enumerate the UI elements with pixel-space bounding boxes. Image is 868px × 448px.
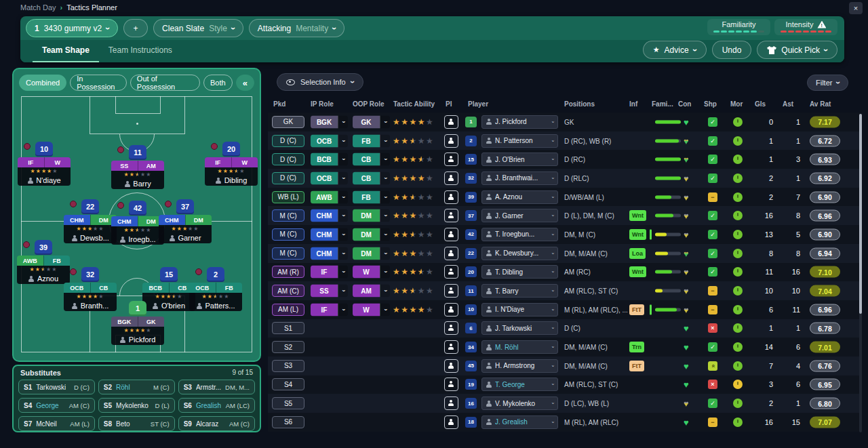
table-row[interactable]: GKBGK›GK›★★★★★1J. Pickford›GK♥✓017.17: [268, 113, 860, 131]
oop-role-dropdown[interactable]: CB›: [353, 153, 390, 166]
oop-role-dropdown[interactable]: AM›: [353, 285, 390, 298]
player-instructions-button[interactable]: [444, 115, 458, 129]
substitute-chip-s5[interactable]: S5MykolenkoD (L): [98, 398, 175, 413]
table-row[interactable]: WB (L)AWB›FB›★★★★★39A. Aznou›D/WB/AM (L)…: [268, 188, 860, 207]
player-dropdown[interactable]: T. George›: [481, 378, 558, 391]
breadcrumb-section[interactable]: Match Day: [20, 3, 56, 12]
player-instructions-button[interactable]: [444, 378, 458, 391]
player-dropdown[interactable]: J. Garner›: [481, 209, 558, 222]
player-dropdown[interactable]: K. Dewsbury...›: [481, 247, 558, 260]
player-dropdown[interactable]: J. Branthwai...›: [481, 171, 558, 185]
oop-role-dropdown[interactable]: FB›: [353, 134, 390, 147]
table-row[interactable]: AM (L)IF›W›★★★★★10I. N'Diaye›M (RL), AM …: [268, 300, 860, 319]
view-button-combined[interactable]: Combined: [19, 75, 66, 91]
substitute-chip-s2[interactable]: S2RöhlM (C): [98, 380, 175, 394]
substitute-chip-s7[interactable]: S7McNeilAM (L): [18, 416, 95, 431]
ip-role-dropdown[interactable]: BGK›: [311, 115, 348, 128]
ip-role-dropdown[interactable]: CHM›: [311, 209, 348, 222]
substitute-chip-s4[interactable]: S4GeorgeAM (C): [18, 398, 95, 413]
scrollbar-thumb[interactable]: [859, 114, 862, 314]
column-header-player[interactable]: Player: [468, 100, 488, 108]
column-header-pi[interactable]: PI: [446, 100, 452, 108]
column-header-gls[interactable]: Gls: [755, 100, 766, 108]
table-row[interactable]: S618J. Grealish›M (RL), AM (RLC)♥−16157.…: [268, 413, 860, 432]
player-dropdown[interactable]: J. O'Brien›: [481, 152, 558, 166]
table-row[interactable]: AM (C)SS›AM›★★★★★11T. Barry›AM (RLC), ST…: [268, 281, 860, 300]
pitch-player-32[interactable]: 32OCBCB★★★★★Branth...: [64, 266, 117, 311]
ip-role-dropdown[interactable]: IF›: [311, 303, 348, 316]
player-instructions-button[interactable]: [444, 265, 458, 279]
ip-role-dropdown[interactable]: OCB›: [311, 134, 348, 147]
substitute-chip-s6[interactable]: S6GrealishAM (LC): [178, 398, 255, 413]
quick-pick-button[interactable]: Quick Pick ›: [757, 41, 837, 59]
table-row[interactable]: D (C)OCB›FB›★★★★★2N. Patterson›D (RC), W…: [268, 131, 860, 150]
column-header-con[interactable]: Con: [678, 100, 691, 108]
oop-role-dropdown[interactable]: DM›: [353, 247, 390, 260]
pitch-player-10[interactable]: 10IFW★★★★★N'diaye: [18, 140, 71, 186]
player-instructions-button[interactable]: [444, 247, 458, 260]
oop-role-dropdown[interactable]: W›: [353, 266, 390, 279]
substitute-chip-s8[interactable]: S8BetoST (C): [98, 416, 175, 431]
ip-role-dropdown[interactable]: OCB›: [311, 171, 348, 184]
table-row[interactable]: S345H. Armstrong›DM, M/AM (C)FtT♥«746.76: [268, 357, 860, 375]
player-dropdown[interactable]: T. Iroegbun...›: [481, 228, 558, 241]
table-row[interactable]: M (C)CHM›DM›★★★★★37J. Garner›D (L), DM, …: [268, 206, 860, 225]
pitch-player-1[interactable]: 1BGKGK★★★★★Pickford: [111, 300, 164, 345]
oop-role-dropdown[interactable]: DM›: [353, 228, 390, 241]
ip-role-dropdown[interactable]: SS›: [311, 285, 348, 298]
add-tactic-button[interactable]: +: [123, 19, 148, 37]
filter-button[interactable]: Filter ›: [807, 75, 848, 91]
oop-role-dropdown[interactable]: GK›: [353, 115, 390, 128]
view-button-both[interactable]: Both: [203, 75, 233, 91]
pitch-player-42[interactable]: 42CHMDM★★★★★Iroegb...: [111, 199, 164, 245]
column-header-pkd[interactable]: Pkd: [273, 100, 285, 108]
view-button-out-of-possession[interactable]: Out of Possession: [130, 75, 200, 91]
style-selector[interactable]: Clean Slate Style ›: [153, 19, 243, 37]
column-header-tactic-ability[interactable]: Tactic Ability: [393, 100, 435, 108]
pitch-player-22[interactable]: 22CHMDM★★★★★Dewsb...: [64, 198, 117, 243]
player-instructions-button[interactable]: [444, 359, 458, 373]
pitch-player-39[interactable]: 39AWBFB★★★★★Aznou: [17, 239, 70, 284]
table-row[interactable]: D (C)BCB›CB›★★★★★15J. O'Brien›D (RC)♥✓13…: [268, 150, 860, 169]
player-instructions-button[interactable]: [444, 152, 458, 166]
player-dropdown[interactable]: N. Patterson›: [481, 134, 558, 148]
ip-role-dropdown[interactable]: AWB›: [311, 190, 348, 203]
player-instructions-button[interactable]: [444, 415, 458, 429]
player-instructions-button[interactable]: [444, 340, 458, 354]
table-row[interactable]: S234M. Röhl›DM, M/AM (C)Trn♥✓1467.01: [268, 338, 860, 357]
player-dropdown[interactable]: V. Mykolenko›: [481, 396, 558, 410]
player-instructions-button[interactable]: [444, 303, 458, 317]
column-header-positions[interactable]: Positions: [564, 100, 595, 108]
player-dropdown[interactable]: A. Aznou›: [481, 190, 558, 204]
player-instructions-button[interactable]: [444, 134, 458, 148]
tab-team-instructions[interactable]: Team Instructions: [99, 45, 182, 62]
table-row[interactable]: D (C)OCB›CB›★★★★★32J. Branthwai...›D (RL…: [268, 169, 860, 188]
ip-role-dropdown[interactable]: BCB›: [311, 153, 348, 166]
undo-button[interactable]: Undo: [712, 41, 752, 59]
pitch-player-11[interactable]: 11SSAM★★★★★Barry: [111, 144, 164, 189]
player-instructions-button[interactable]: [444, 321, 458, 335]
column-header-fami-[interactable]: Fami...: [652, 100, 673, 108]
pitch-player-2[interactable]: 2OCBFB★★★★★Patters...: [189, 266, 242, 311]
collapse-panel-button[interactable]: «: [236, 75, 254, 91]
substitute-chip-s1[interactable]: S1TarkowskiD (C): [18, 380, 95, 394]
player-dropdown[interactable]: J. Grealish›: [481, 415, 558, 429]
player-instructions-button[interactable]: [444, 190, 458, 204]
player-instructions-button[interactable]: [444, 209, 458, 222]
player-instructions-button[interactable]: [444, 228, 458, 241]
oop-role-dropdown[interactable]: CB›: [353, 171, 390, 184]
table-row[interactable]: S16J. Tarkowski›D (C)♥×116.78: [268, 319, 860, 338]
player-dropdown[interactable]: T. Dibling›: [481, 265, 558, 279]
player-instructions-button[interactable]: [444, 396, 458, 410]
player-dropdown[interactable]: T. Barry›: [481, 284, 558, 298]
column-header-av-rat[interactable]: Av Rat: [810, 100, 831, 108]
player-instructions-button[interactable]: [444, 171, 458, 185]
selection-info-dropdown[interactable]: Selection Info ›: [277, 73, 363, 91]
ip-role-dropdown[interactable]: IF›: [311, 266, 348, 279]
table-row[interactable]: AM (R)IF›W›★★★★★20T. Dibling›AM (RC)Wnt♥…: [268, 263, 860, 282]
oop-role-dropdown[interactable]: FB›: [353, 190, 390, 203]
player-instructions-button[interactable]: [444, 284, 458, 298]
column-header-inf[interactable]: Inf: [629, 100, 637, 108]
tactic-selector[interactable]: 1 3430 gummy v2 ›: [26, 19, 118, 37]
column-header-ast[interactable]: Ast: [783, 100, 793, 108]
